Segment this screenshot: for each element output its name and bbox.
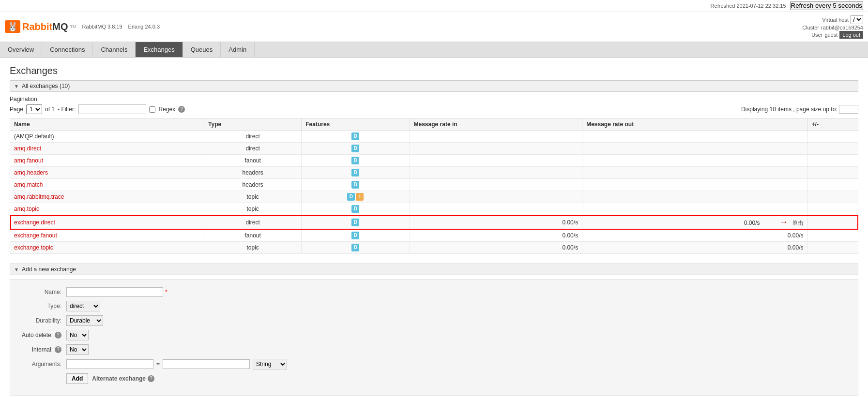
- exchange-type-cell: headers: [204, 167, 302, 179]
- exchange-rate-out-cell: [582, 143, 807, 155]
- durability-label: Durability:: [18, 317, 66, 324]
- exchange-features-cell: D: [302, 203, 410, 215]
- exchange-name-link[interactable]: amq.rabbitmq.trace: [14, 193, 64, 200]
- exchange-name-cell: amq.headers: [10, 167, 204, 179]
- logout-button[interactable]: Log out: [839, 31, 863, 39]
- version-erlang: Erlang 24.0.3: [128, 24, 160, 29]
- feature-badge-d: D: [351, 219, 359, 226]
- exchange-type-cell: topic: [204, 191, 302, 203]
- table-row[interactable]: exchange.directdirectD0.00/s0.00/s→单击: [10, 215, 858, 230]
- nav-item-admin[interactable]: Admin: [221, 42, 255, 57]
- exchange-rate-in-cell: 0.00/s: [410, 242, 582, 254]
- auto-delete-help-icon[interactable]: ?: [55, 332, 61, 338]
- nav-item-overview[interactable]: Overview: [0, 42, 42, 57]
- exchange-name-link[interactable]: exchange.direct: [14, 219, 55, 226]
- internal-label-group: Internal: ?: [18, 346, 66, 353]
- regex-help-icon[interactable]: ?: [178, 106, 185, 113]
- feature-badge-d: D: [351, 232, 359, 239]
- exchange-features-cell: D: [302, 179, 410, 191]
- exchange-name-cell: amq.rabbitmq.trace: [10, 191, 204, 203]
- exchange-action-cell: [807, 242, 858, 254]
- exchange-features-cell: D: [302, 230, 410, 242]
- add-exchange-form: Name: * Type: direct fanout headers topi…: [10, 279, 858, 396]
- feature-badge-d: D: [351, 132, 359, 140]
- table-row[interactable]: amq.rabbitmq.tracetopicDI: [10, 191, 858, 203]
- exchange-name-link[interactable]: exchange.fanout: [14, 232, 57, 239]
- exchange-action-cell: [807, 179, 858, 191]
- exchange-rate-out-cell: 0.00/s: [582, 230, 807, 242]
- auto-delete-label: Auto delete:: [22, 332, 53, 338]
- name-input[interactable]: [66, 287, 163, 297]
- exchange-name-link[interactable]: amq.topic: [14, 206, 39, 212]
- refresh-button[interactable]: Refresh every 5 seconds: [790, 1, 863, 10]
- equals-sign: =: [156, 361, 160, 368]
- exchange-features-cell: D: [302, 215, 410, 230]
- exchange-rate-out-cell: [582, 203, 807, 215]
- exchange-action-cell: [807, 131, 858, 143]
- header-left: 🐰 RabbitMQ TM RabbitMQ 3.8.19 Erlang 24.…: [5, 20, 160, 33]
- exchange-name-cell: exchange.direct: [10, 215, 204, 230]
- exchange-name-link[interactable]: amq.fanout: [14, 157, 43, 164]
- exchange-rate-in-cell: [410, 167, 582, 179]
- nav-item-queues[interactable]: Queues: [183, 42, 221, 57]
- page-size-input[interactable]: [839, 105, 858, 114]
- regex-checkbox[interactable]: [149, 106, 155, 113]
- table-row[interactable]: (AMQP default)directD: [10, 131, 858, 143]
- nav-item-connections[interactable]: Connections: [42, 42, 93, 57]
- exchange-rate-out-cell: [582, 191, 807, 203]
- col-rate-in: Message rate in: [410, 118, 582, 131]
- exchange-name-link[interactable]: amq.headers: [14, 169, 48, 176]
- header: 🐰 RabbitMQ TM RabbitMQ 3.8.19 Erlang 24.…: [0, 12, 868, 42]
- exchange-rate-in-cell: [410, 203, 582, 215]
- exchange-type-cell: topic: [204, 242, 302, 254]
- alternate-exchange-help-icon[interactable]: ?: [148, 375, 154, 382]
- exchange-action-cell: [807, 155, 858, 167]
- exchange-type-cell: headers: [204, 179, 302, 191]
- nav-item-exchanges[interactable]: Exchanges: [136, 42, 183, 57]
- internal-select[interactable]: No Yes: [66, 344, 89, 355]
- table-row[interactable]: exchange.topictopicD0.00/s0.00/s: [10, 242, 858, 254]
- argument-value-input[interactable]: [163, 359, 250, 369]
- nav: Overview Connections Channels Exchanges …: [0, 42, 868, 58]
- exchange-name-link[interactable]: amq.direct: [14, 145, 41, 152]
- page-select[interactable]: 1: [26, 104, 42, 114]
- version-rabbitmq: RabbitMQ 3.8.19: [82, 24, 122, 29]
- feature-badge-i: I: [356, 193, 364, 201]
- vhost-label: Virtual host: [822, 17, 849, 23]
- argument-key-input[interactable]: [66, 359, 153, 369]
- type-label: Type:: [18, 303, 66, 309]
- argument-type-select[interactable]: String Number Boolean: [253, 359, 287, 369]
- exchange-name-link[interactable]: amq.match: [14, 181, 43, 188]
- filter-input[interactable]: [78, 104, 146, 114]
- durability-select[interactable]: Durable Transient: [66, 315, 103, 326]
- table-row[interactable]: amq.directdirectD: [10, 143, 858, 155]
- exchange-rate-in-cell: 0.00/s: [410, 215, 582, 230]
- add-exchange-label: Add a new exchange: [22, 266, 76, 273]
- alternate-exchange-link[interactable]: Alternate exchange: [92, 375, 146, 382]
- table-row[interactable]: amq.headersheadersD: [10, 167, 858, 179]
- table-row[interactable]: amq.fanoutfanoutD: [10, 155, 858, 167]
- exchange-rate-in-cell: [410, 143, 582, 155]
- exchange-type-cell: topic: [204, 203, 302, 215]
- table-row[interactable]: amq.matchheadersD: [10, 179, 858, 191]
- vhost-select[interactable]: /: [851, 15, 863, 24]
- col-name: Name: [10, 118, 204, 131]
- add-exchange-section-header[interactable]: ▼ Add a new exchange: [10, 264, 858, 275]
- add-button[interactable]: Add: [66, 373, 88, 384]
- all-exchanges-section-header[interactable]: ▼ All exchanges (10): [10, 80, 858, 92]
- auto-delete-select[interactable]: No Yes: [66, 330, 89, 340]
- table-row[interactable]: amq.topictopicD: [10, 203, 858, 215]
- exchange-features-cell: DI: [302, 191, 410, 203]
- internal-help-icon[interactable]: ?: [55, 346, 61, 353]
- table-row[interactable]: exchange.fanoutfanoutD0.00/s0.00/s: [10, 230, 858, 242]
- nav-item-channels[interactable]: Channels: [93, 42, 136, 57]
- refresh-bar: Refreshed 2021-07-12 22:32:15 Refresh ev…: [0, 0, 868, 12]
- exchange-name-cell: exchange.fanout: [10, 230, 204, 242]
- form-row-auto-delete: Auto delete: ? No Yes: [18, 330, 850, 340]
- exchange-rate-out-cell: [582, 155, 807, 167]
- exchange-action-cell: [807, 191, 858, 203]
- exchange-rate-in-cell: [410, 179, 582, 191]
- type-select[interactable]: direct fanout headers topic: [66, 301, 100, 311]
- form-row-durability: Durability: Durable Transient: [18, 315, 850, 326]
- exchange-name-link[interactable]: exchange.topic: [14, 244, 53, 251]
